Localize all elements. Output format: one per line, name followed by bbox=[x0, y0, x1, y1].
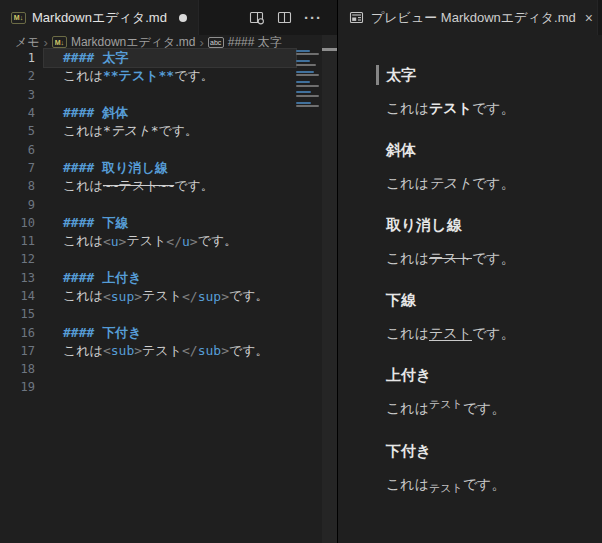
editor-line[interactable]: 8これは~~テスト~~です。 bbox=[0, 177, 296, 195]
preview-text: これは bbox=[386, 400, 429, 416]
token-plain: です。 bbox=[229, 342, 269, 360]
modified-dot-icon[interactable] bbox=[179, 14, 187, 22]
preview-paragraph: これはテストです。 bbox=[386, 99, 583, 118]
editor-line[interactable]: 6 bbox=[0, 140, 296, 158]
editor-line[interactable]: 18 bbox=[0, 360, 296, 378]
editor-scrollbar[interactable] bbox=[322, 35, 337, 543]
minimap-line bbox=[296, 81, 310, 83]
token-plain: これは bbox=[63, 232, 103, 250]
breadcrumb-item[interactable]: abc#### 太字 bbox=[208, 34, 282, 51]
minimap-line bbox=[296, 53, 319, 55]
token-punct: </ bbox=[182, 343, 198, 358]
line-number: 10 bbox=[0, 216, 44, 230]
token-plain: これは bbox=[63, 177, 103, 195]
token-heading: #### 取り消し線 bbox=[63, 159, 168, 177]
editor-line[interactable]: 19 bbox=[0, 378, 296, 396]
token-heading: #### 上付き bbox=[63, 269, 141, 287]
preview-tab[interactable]: プレビュー Markdownエディタ.md × bbox=[338, 0, 598, 35]
editor-line[interactable]: 3 bbox=[0, 86, 296, 104]
preview-heading: 下付き bbox=[386, 442, 583, 460]
editor-line[interactable]: 16#### 下付き bbox=[0, 323, 296, 341]
line-code: これは~~テスト~~です。 bbox=[44, 177, 296, 195]
editor-line[interactable]: 14これは<sup>テスト</sup>です。 bbox=[0, 287, 296, 305]
breadcrumb: メモ›M↓Markdownエディタ.md›abc#### 太字 bbox=[0, 35, 337, 49]
minimap-line bbox=[296, 102, 311, 104]
editor-line[interactable]: 12 bbox=[0, 250, 296, 268]
line-code: これは<sup>テスト</sup>です。 bbox=[44, 287, 296, 305]
markdown-preview-pane: プレビュー Markdownエディタ.md × 太字これはテストです。斜体これは… bbox=[337, 0, 602, 543]
editor-line[interactable]: 4#### 斜体 bbox=[0, 104, 296, 122]
line-code: #### 下付き bbox=[44, 323, 296, 341]
token-punct: > bbox=[221, 289, 229, 304]
preview-text: です。 bbox=[472, 325, 515, 341]
minimap-line bbox=[296, 74, 319, 76]
preview-heading: 下線 bbox=[386, 291, 583, 309]
preview-content[interactable]: 太字これはテストです。斜体これはテストです。取り消し線これはテストです。下線これ… bbox=[338, 35, 602, 543]
line-number: 12 bbox=[0, 252, 44, 266]
line-number: 1 bbox=[0, 51, 44, 65]
line-code bbox=[44, 378, 296, 396]
line-code bbox=[44, 195, 296, 213]
line-number: 3 bbox=[0, 88, 44, 102]
more-actions-icon[interactable]: ··· bbox=[305, 10, 321, 26]
breadcrumb-item[interactable]: M↓Markdownエディタ.md bbox=[52, 34, 195, 51]
token-plain: です。 bbox=[229, 287, 269, 305]
line-code: #### 斜体 bbox=[44, 104, 296, 122]
token-tag: u bbox=[182, 234, 190, 249]
line-code: これは**テスト**です。 bbox=[44, 67, 296, 85]
open-preview-to-side-icon[interactable] bbox=[249, 10, 265, 26]
token-plain: これは bbox=[63, 122, 103, 140]
split-editor-icon[interactable] bbox=[277, 10, 293, 26]
token-tag: sup bbox=[111, 289, 134, 304]
line-number: 18 bbox=[0, 362, 44, 376]
token-heading: #### 下線 bbox=[63, 214, 128, 232]
line-code: #### 上付き bbox=[44, 269, 296, 287]
minimap[interactable] bbox=[296, 50, 322, 250]
editor-code-area[interactable]: 1#### 太字2これは**テスト**です。34#### 斜体5これは*テスト*… bbox=[0, 49, 296, 397]
editor-line[interactable]: 10#### 下線 bbox=[0, 214, 296, 232]
line-number: 6 bbox=[0, 143, 44, 157]
editor-line[interactable]: 2これは**テスト**です。 bbox=[0, 67, 296, 85]
token-punct: > bbox=[134, 343, 142, 358]
breadcrumb-label: メモ bbox=[15, 34, 40, 51]
preview-tab-label: プレビュー Markdownエディタ.md bbox=[371, 9, 576, 27]
minimap-line bbox=[296, 105, 319, 107]
preview-text: です。 bbox=[463, 476, 506, 492]
line-number: 17 bbox=[0, 344, 44, 358]
editor-line[interactable]: 13#### 上付き bbox=[0, 269, 296, 287]
preview-text: これは bbox=[386, 100, 429, 116]
breadcrumb-item[interactable]: メモ bbox=[15, 34, 40, 51]
editor-line[interactable]: 15 bbox=[0, 305, 296, 323]
preview-heading: 太字 bbox=[386, 66, 583, 84]
line-number: 19 bbox=[0, 380, 44, 394]
editor-line[interactable]: 1#### 太字 bbox=[0, 49, 296, 67]
editor-line[interactable]: 17これは<sub>テスト</sub>です。 bbox=[0, 342, 296, 360]
preview-paragraph: これはテストです。 bbox=[386, 475, 583, 495]
preview-heading: 取り消し線 bbox=[386, 216, 583, 234]
breadcrumb-label: #### 太字 bbox=[228, 34, 282, 51]
editor-line[interactable]: 11これは<u>テスト</u>です。 bbox=[0, 232, 296, 250]
breadcrumb-label: Markdownエディタ.md bbox=[71, 34, 195, 51]
minimap-line bbox=[296, 50, 310, 52]
preview-styled-text: テスト bbox=[429, 175, 472, 191]
token-punct: < bbox=[103, 343, 111, 358]
close-icon[interactable]: × bbox=[582, 9, 596, 27]
token-punct: < bbox=[103, 234, 111, 249]
line-number: 15 bbox=[0, 307, 44, 321]
symbol-string-icon: abc bbox=[208, 37, 224, 48]
line-code bbox=[44, 86, 296, 104]
preview-styled-text: テスト bbox=[429, 100, 472, 116]
line-number: 8 bbox=[0, 179, 44, 193]
line-number: 13 bbox=[0, 271, 44, 285]
breadcrumb-separator-icon: › bbox=[199, 35, 203, 50]
markdown-file-icon: M↓ bbox=[11, 12, 26, 24]
editor-line[interactable]: 5これは*テスト*です。 bbox=[0, 122, 296, 140]
token-plain: です。 bbox=[174, 67, 214, 85]
editor-tab-markdown-file[interactable]: M↓ Markdownエディタ.md bbox=[0, 0, 199, 35]
editor-line[interactable]: 7#### 取り消し線 bbox=[0, 159, 296, 177]
token-plain: これは bbox=[63, 287, 103, 305]
token-tag: sub bbox=[198, 343, 221, 358]
line-number: 16 bbox=[0, 326, 44, 340]
editor-line[interactable]: 9 bbox=[0, 195, 296, 213]
preview-styled-text: テスト bbox=[429, 325, 472, 341]
